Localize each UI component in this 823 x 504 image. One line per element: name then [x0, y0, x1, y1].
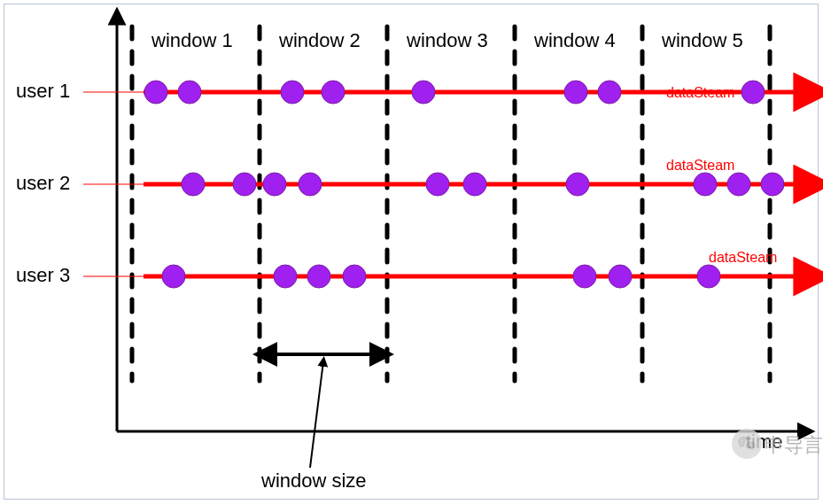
datastream-label-3: dataSteam	[709, 250, 777, 266]
diagram-svg	[0, 0, 823, 504]
svg-point-38	[697, 265, 720, 288]
window-size-label: window size	[261, 469, 367, 492]
window-label-5: window 5	[662, 29, 743, 52]
datastream-label-1: dataSteam	[666, 85, 734, 101]
svg-point-24	[263, 173, 286, 196]
svg-point-32	[162, 265, 185, 288]
svg-point-30	[727, 173, 750, 196]
svg-point-33	[274, 265, 297, 288]
wechat-icon	[732, 429, 762, 459]
window-label-3: window 3	[407, 29, 488, 52]
svg-point-17	[322, 81, 345, 104]
svg-point-37	[609, 265, 632, 288]
window-label-2: window 2	[279, 29, 361, 52]
window-label-1: window 1	[151, 29, 233, 52]
svg-point-18	[412, 81, 435, 104]
svg-point-15	[178, 81, 201, 104]
svg-point-29	[694, 173, 717, 196]
wechat-icon-svg	[737, 434, 757, 454]
svg-point-26	[426, 173, 449, 196]
user-label-1: user 1	[16, 80, 70, 103]
svg-point-25	[299, 173, 322, 196]
svg-point-27	[463, 173, 486, 196]
svg-line-40	[310, 361, 323, 468]
watermark-text: 申导言	[765, 432, 823, 459]
svg-point-22	[182, 173, 205, 196]
user-label-2: user 2	[16, 172, 70, 195]
window-label-4: window 4	[534, 29, 616, 52]
datastream-label-2: dataSteam	[666, 158, 734, 174]
svg-point-20	[598, 81, 621, 104]
svg-point-19	[564, 81, 587, 104]
svg-point-36	[573, 265, 596, 288]
svg-point-14	[144, 81, 167, 104]
svg-point-21	[741, 81, 765, 104]
svg-point-16	[281, 81, 304, 104]
svg-point-34	[307, 265, 330, 288]
user-label-3: user 3	[16, 264, 70, 287]
svg-point-23	[233, 173, 256, 196]
svg-point-31	[761, 173, 784, 196]
svg-point-35	[343, 265, 366, 288]
svg-point-28	[566, 173, 589, 196]
